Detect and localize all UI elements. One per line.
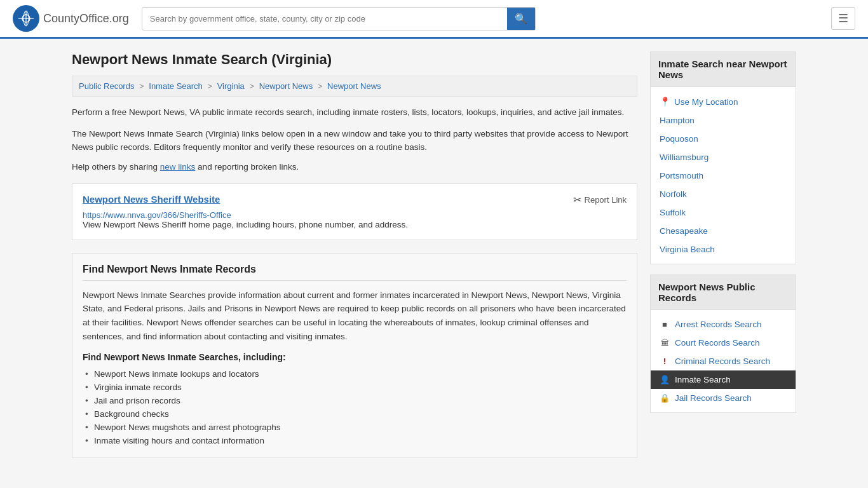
find-section-description: Newport News Inmate Searches provide inf… — [83, 288, 627, 343]
sidebar-nearby-heading: Inmate Search near Newport News — [651, 52, 796, 87]
breadcrumb-link-newport-news-1[interactable]: Newport News — [259, 81, 313, 91]
report-icon: ✂ — [573, 194, 581, 206]
logo[interactable]: CountyOffice.org — [13, 5, 129, 32]
logo-icon — [13, 5, 39, 32]
content-area: Newport News Inmate Search (Virginia) Pu… — [72, 51, 637, 458]
sidebar-public-records-body: ■ Arrest Records Search 🏛 Court Records … — [651, 310, 796, 412]
list-item: Inmate visiting hours and contact inform… — [83, 434, 627, 447]
sidebar-item-suffolk[interactable]: Suffolk — [651, 203, 796, 222]
arrest-records-icon: ■ — [660, 320, 670, 329]
sidebar-item-hampton[interactable]: Hampton — [651, 111, 796, 130]
jail-records-icon: 🔒 — [660, 393, 670, 403]
find-section-title: Find Newport News Inmate Records — [83, 264, 627, 281]
resource-url[interactable]: https://www.nnva.gov/366/Sheriffs-Office — [83, 210, 231, 220]
intro-paragraph-2: The Newport News Inmate Search (Virginia… — [72, 127, 637, 154]
find-subheading: Find Newport News Inmate Searches, inclu… — [83, 352, 627, 362]
list-item: Background checks — [83, 407, 627, 421]
location-pin-icon: 📍 — [660, 97, 670, 107]
use-my-location-link[interactable]: 📍 Use My Location — [651, 92, 796, 111]
sidebar: Inmate Search near Newport News 📍 Use My… — [650, 51, 796, 458]
search-button[interactable]: 🔍 — [507, 8, 535, 30]
court-records-icon: 🏛 — [660, 338, 670, 348]
criminal-records-icon: ! — [660, 356, 670, 366]
list-item: Virginia inmate records — [83, 381, 627, 394]
resource-title-link[interactable]: Newport News Sheriff Website — [83, 194, 220, 205]
sidebar-item-williamsburg[interactable]: Williamsburg — [651, 148, 796, 166]
sidebar-nearby-section: Inmate Search near Newport News 📍 Use My… — [650, 51, 796, 264]
find-list: Newport News inmate lookups and locators… — [83, 367, 627, 447]
page-title: Newport News Inmate Search (Virginia) — [72, 51, 637, 68]
new-links-link[interactable]: new links — [160, 162, 196, 172]
sidebar-item-chesapeake[interactable]: Chesapeake — [651, 222, 796, 240]
breadcrumb-link-public-records[interactable]: Public Records — [79, 81, 134, 91]
help-text: Help others by sharing new links and rep… — [72, 162, 637, 172]
sidebar-item-norfolk[interactable]: Norfolk — [651, 185, 796, 203]
search-input[interactable] — [142, 9, 507, 29]
sidebar-jail-records[interactable]: 🔒 Jail Records Search — [651, 389, 796, 407]
breadcrumb: Public Records > Inmate Search > Virgini… — [72, 76, 637, 97]
sidebar-nearby-body: 📍 Use My Location Hampton Poquoson Willi… — [651, 87, 796, 264]
list-item: Jail and prison records — [83, 394, 627, 407]
sidebar-court-records[interactable]: 🏛 Court Records Search — [651, 334, 796, 352]
sidebar-item-portsmouth[interactable]: Portsmouth — [651, 166, 796, 185]
resource-card-header: Newport News Sheriff Website ✂ Report Li… — [83, 194, 627, 206]
hamburger-menu-button[interactable]: ☰ — [831, 7, 855, 30]
search-bar: 🔍 — [142, 7, 536, 30]
breadcrumb-link-virginia[interactable]: Virginia — [217, 81, 245, 91]
sidebar-item-poquoson[interactable]: Poquoson — [651, 130, 796, 148]
list-item: Newport News mugshots and arrest photogr… — [83, 421, 627, 434]
header: CountyOffice.org 🔍 ☰ — [0, 0, 868, 39]
breadcrumb-link-newport-news-2[interactable]: Newport News — [327, 81, 381, 91]
list-item: Newport News inmate lookups and locators — [83, 367, 627, 381]
resource-card: Newport News Sheriff Website ✂ Report Li… — [72, 183, 637, 240]
sidebar-public-records-section: Newport News Public Records ■ Arrest Rec… — [650, 274, 796, 413]
resource-description: View Newport News Sheriff home page, inc… — [83, 220, 627, 229]
sidebar-criminal-records[interactable]: ! Criminal Records Search — [651, 352, 796, 370]
sidebar-public-records-heading: Newport News Public Records — [651, 275, 796, 310]
find-section: Find Newport News Inmate Records Newport… — [72, 253, 637, 458]
sidebar-inmate-search[interactable]: 👤 Inmate Search — [651, 370, 796, 389]
main-container: Newport News Inmate Search (Virginia) Pu… — [59, 39, 809, 471]
report-link[interactable]: ✂ Report Link — [573, 194, 627, 206]
sidebar-arrest-records[interactable]: ■ Arrest Records Search — [651, 315, 796, 334]
logo-text: CountyOffice.org — [43, 12, 129, 25]
breadcrumb-link-inmate-search[interactable]: Inmate Search — [149, 81, 203, 91]
intro-paragraph-1: Perform a free Newport News, VA public i… — [72, 105, 637, 119]
inmate-search-icon: 👤 — [660, 375, 670, 384]
sidebar-item-virginia-beach[interactable]: Virginia Beach — [651, 240, 796, 259]
